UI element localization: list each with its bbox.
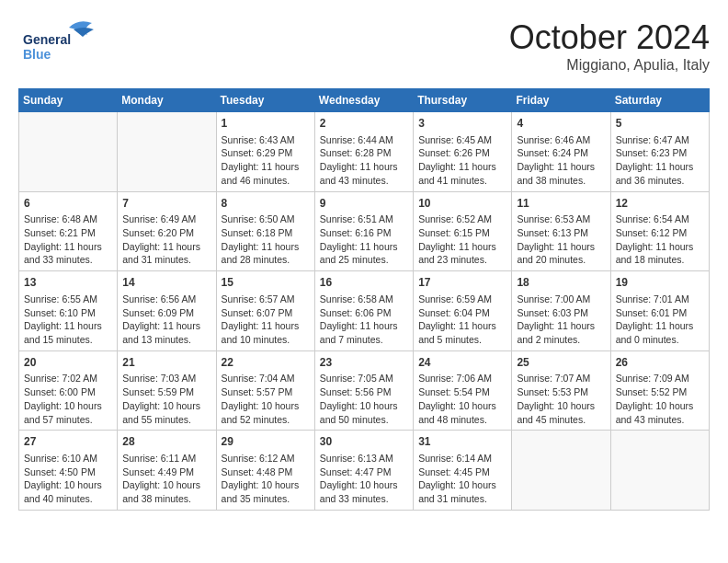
day-number: 5 bbox=[616, 116, 704, 132]
calendar-cell: 19Sunrise: 7:01 AM Sunset: 6:01 PM Dayli… bbox=[610, 271, 709, 351]
day-number: 17 bbox=[418, 275, 506, 291]
calendar-cell: 16Sunrise: 6:58 AM Sunset: 6:06 PM Dayli… bbox=[314, 271, 413, 351]
calendar-cell: 29Sunrise: 6:12 AM Sunset: 4:48 PM Dayli… bbox=[216, 431, 314, 511]
day-number: 14 bbox=[122, 275, 210, 291]
day-number: 31 bbox=[418, 434, 506, 450]
day-info: Sunrise: 6:44 AM Sunset: 6:28 PM Dayligh… bbox=[320, 133, 408, 188]
day-info: Sunrise: 6:54 AM Sunset: 6:12 PM Dayligh… bbox=[616, 213, 704, 267]
day-info: Sunrise: 7:06 AM Sunset: 5:54 PM Dayligh… bbox=[418, 372, 506, 426]
day-info: Sunrise: 6:11 AM Sunset: 4:49 PM Dayligh… bbox=[122, 452, 210, 506]
day-number: 26 bbox=[616, 355, 704, 371]
calendar-cell: 7Sunrise: 6:49 AM Sunset: 6:20 PM Daylig… bbox=[118, 191, 216, 271]
location: Miggiano, Apulia, Italy bbox=[509, 57, 710, 74]
day-number: 7 bbox=[122, 196, 210, 212]
day-info: Sunrise: 6:58 AM Sunset: 6:06 PM Dayligh… bbox=[320, 293, 408, 347]
calendar-week-4: 20Sunrise: 7:02 AM Sunset: 6:00 PM Dayli… bbox=[19, 350, 710, 431]
logo: General Blue bbox=[18, 18, 101, 64]
day-info: Sunrise: 6:49 AM Sunset: 6:20 PM Dayligh… bbox=[122, 213, 210, 267]
day-number: 15 bbox=[222, 275, 310, 291]
calendar-cell: 22Sunrise: 7:04 AM Sunset: 5:57 PM Dayli… bbox=[216, 350, 314, 431]
day-number: 1 bbox=[222, 116, 310, 132]
day-info: Sunrise: 6:50 AM Sunset: 6:18 PM Dayligh… bbox=[222, 213, 310, 267]
day-info: Sunrise: 7:00 AM Sunset: 6:03 PM Dayligh… bbox=[517, 293, 605, 347]
day-number: 19 bbox=[616, 275, 704, 291]
calendar-cell bbox=[512, 431, 610, 511]
day-number: 10 bbox=[418, 196, 506, 212]
calendar-cell: 18Sunrise: 7:00 AM Sunset: 6:03 PM Dayli… bbox=[512, 271, 610, 351]
page-header: General Blue October 2024 Miggiano, Apul… bbox=[18, 18, 710, 74]
svg-text:General: General bbox=[23, 32, 71, 47]
day-number: 18 bbox=[517, 275, 605, 291]
day-number: 24 bbox=[418, 355, 506, 371]
calendar-cell: 31Sunrise: 6:14 AM Sunset: 4:45 PM Dayli… bbox=[414, 431, 512, 511]
calendar-cell: 8Sunrise: 6:50 AM Sunset: 6:18 PM Daylig… bbox=[216, 191, 314, 271]
day-number: 11 bbox=[517, 196, 605, 212]
calendar-cell: 11Sunrise: 6:53 AM Sunset: 6:13 PM Dayli… bbox=[512, 191, 610, 271]
calendar-week-5: 27Sunrise: 6:10 AM Sunset: 4:50 PM Dayli… bbox=[19, 431, 710, 511]
calendar-cell: 6Sunrise: 6:48 AM Sunset: 6:21 PM Daylig… bbox=[19, 191, 118, 271]
calendar-cell: 20Sunrise: 7:02 AM Sunset: 6:00 PM Dayli… bbox=[19, 350, 118, 431]
calendar-table: SundayMondayTuesdayWednesdayThursdayFrid… bbox=[18, 88, 710, 511]
day-info: Sunrise: 6:12 AM Sunset: 4:48 PM Dayligh… bbox=[222, 452, 310, 506]
day-number: 8 bbox=[222, 196, 310, 212]
calendar-cell: 30Sunrise: 6:13 AM Sunset: 4:47 PM Dayli… bbox=[314, 431, 413, 511]
day-info: Sunrise: 6:13 AM Sunset: 4:47 PM Dayligh… bbox=[320, 452, 408, 506]
day-number: 21 bbox=[122, 355, 210, 371]
day-number: 20 bbox=[24, 355, 112, 371]
weekday-header-wednesday: Wednesday bbox=[314, 89, 413, 112]
day-info: Sunrise: 6:51 AM Sunset: 6:16 PM Dayligh… bbox=[320, 213, 408, 267]
calendar-cell bbox=[19, 112, 118, 192]
calendar-cell: 9Sunrise: 6:51 AM Sunset: 6:16 PM Daylig… bbox=[314, 191, 413, 271]
day-number: 25 bbox=[517, 355, 605, 371]
day-info: Sunrise: 6:10 AM Sunset: 4:50 PM Dayligh… bbox=[24, 452, 112, 506]
day-number: 22 bbox=[222, 355, 310, 371]
calendar-cell: 2Sunrise: 6:44 AM Sunset: 6:28 PM Daylig… bbox=[314, 112, 413, 192]
day-info: Sunrise: 7:04 AM Sunset: 5:57 PM Dayligh… bbox=[222, 372, 310, 426]
weekday-header-monday: Monday bbox=[118, 89, 216, 112]
calendar-cell: 14Sunrise: 6:56 AM Sunset: 6:09 PM Dayli… bbox=[118, 271, 216, 351]
weekday-header-row: SundayMondayTuesdayWednesdayThursdayFrid… bbox=[19, 89, 710, 112]
weekday-header-friday: Friday bbox=[512, 89, 610, 112]
calendar-cell: 1Sunrise: 6:43 AM Sunset: 6:29 PM Daylig… bbox=[216, 112, 314, 192]
day-number: 6 bbox=[24, 196, 112, 212]
title-block: October 2024 Miggiano, Apulia, Italy bbox=[509, 18, 710, 74]
month-title: October 2024 bbox=[509, 18, 710, 57]
calendar-week-2: 6Sunrise: 6:48 AM Sunset: 6:21 PM Daylig… bbox=[19, 191, 710, 271]
day-info: Sunrise: 6:46 AM Sunset: 6:24 PM Dayligh… bbox=[517, 133, 605, 188]
day-number: 2 bbox=[320, 116, 408, 132]
logo-svg: General Blue bbox=[18, 18, 101, 64]
calendar-cell bbox=[610, 431, 709, 511]
calendar-week-1: 1Sunrise: 6:43 AM Sunset: 6:29 PM Daylig… bbox=[19, 112, 710, 192]
day-number: 30 bbox=[320, 434, 408, 450]
day-info: Sunrise: 6:57 AM Sunset: 6:07 PM Dayligh… bbox=[222, 293, 310, 347]
calendar-cell: 23Sunrise: 7:05 AM Sunset: 5:56 PM Dayli… bbox=[314, 350, 413, 431]
day-number: 23 bbox=[320, 355, 408, 371]
calendar-cell: 5Sunrise: 6:47 AM Sunset: 6:23 PM Daylig… bbox=[610, 112, 709, 192]
calendar-cell: 26Sunrise: 7:09 AM Sunset: 5:52 PM Dayli… bbox=[610, 350, 709, 431]
svg-text:Blue: Blue bbox=[23, 47, 51, 62]
calendar-cell: 3Sunrise: 6:45 AM Sunset: 6:26 PM Daylig… bbox=[414, 112, 512, 192]
day-number: 12 bbox=[616, 196, 704, 212]
calendar-cell bbox=[118, 112, 216, 192]
day-info: Sunrise: 6:55 AM Sunset: 6:10 PM Dayligh… bbox=[24, 293, 112, 347]
weekday-header-saturday: Saturday bbox=[610, 89, 709, 112]
day-info: Sunrise: 7:09 AM Sunset: 5:52 PM Dayligh… bbox=[616, 372, 704, 426]
calendar-cell: 28Sunrise: 6:11 AM Sunset: 4:49 PM Dayli… bbox=[118, 431, 216, 511]
weekday-header-tuesday: Tuesday bbox=[216, 89, 314, 112]
day-info: Sunrise: 7:01 AM Sunset: 6:01 PM Dayligh… bbox=[616, 293, 704, 347]
day-number: 27 bbox=[24, 434, 112, 450]
calendar-cell: 12Sunrise: 6:54 AM Sunset: 6:12 PM Dayli… bbox=[610, 191, 709, 271]
calendar-cell: 17Sunrise: 6:59 AM Sunset: 6:04 PM Dayli… bbox=[414, 271, 512, 351]
day-info: Sunrise: 6:14 AM Sunset: 4:45 PM Dayligh… bbox=[418, 452, 506, 506]
day-info: Sunrise: 6:52 AM Sunset: 6:15 PM Dayligh… bbox=[418, 213, 506, 267]
calendar-cell: 4Sunrise: 6:46 AM Sunset: 6:24 PM Daylig… bbox=[512, 112, 610, 192]
day-info: Sunrise: 7:03 AM Sunset: 5:59 PM Dayligh… bbox=[122, 372, 210, 426]
day-number: 16 bbox=[320, 275, 408, 291]
day-info: Sunrise: 6:47 AM Sunset: 6:23 PM Dayligh… bbox=[616, 133, 704, 188]
calendar-cell: 10Sunrise: 6:52 AM Sunset: 6:15 PM Dayli… bbox=[414, 191, 512, 271]
day-info: Sunrise: 6:59 AM Sunset: 6:04 PM Dayligh… bbox=[418, 293, 506, 347]
calendar-cell: 24Sunrise: 7:06 AM Sunset: 5:54 PM Dayli… bbox=[414, 350, 512, 431]
calendar-cell: 21Sunrise: 7:03 AM Sunset: 5:59 PM Dayli… bbox=[118, 350, 216, 431]
day-info: Sunrise: 7:02 AM Sunset: 6:00 PM Dayligh… bbox=[24, 372, 112, 426]
day-info: Sunrise: 6:56 AM Sunset: 6:09 PM Dayligh… bbox=[122, 293, 210, 347]
